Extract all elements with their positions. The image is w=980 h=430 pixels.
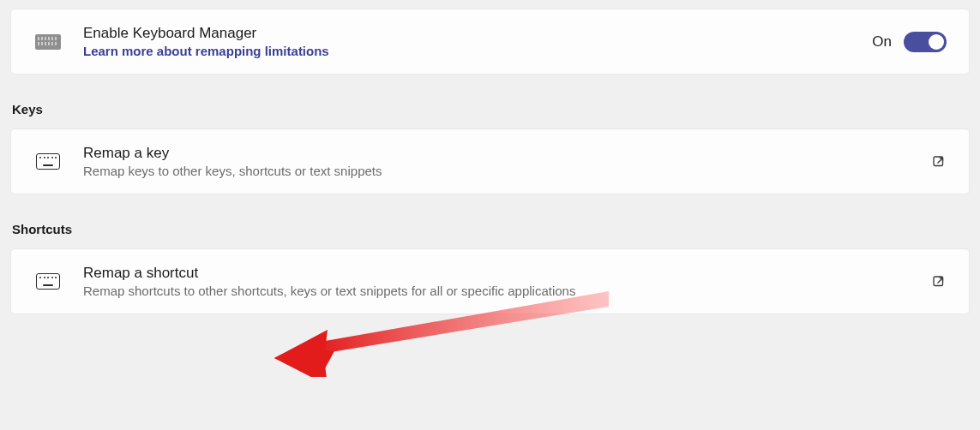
enable-title: Enable Keyboard Manager [83, 25, 851, 42]
enable-keyboard-manager-card: Enable Keyboard Manager Learn more about… [10, 9, 970, 75]
toggle-label: On [872, 33, 892, 51]
shortcuts-heading: Shortcuts [12, 222, 970, 236]
remap-shortcut-subtitle: Remap shortcuts to other shortcuts, keys… [83, 284, 911, 298]
remap-key-title: Remap a key [83, 145, 911, 162]
open-external-icon[interactable] [931, 274, 947, 290]
remap-key-subtitle: Remap keys to other keys, shortcuts or t… [83, 164, 911, 178]
remap-shortcut-card[interactable]: Remap a shortcut Remap shortcuts to othe… [10, 248, 970, 314]
enable-toggle[interactable] [904, 32, 947, 52]
keyboard-icon [33, 34, 63, 50]
remap-shortcut-title: Remap a shortcut [83, 265, 911, 282]
svg-marker-3 [274, 332, 334, 377]
keyboard-outline-icon [33, 153, 63, 170]
remap-key-card[interactable]: Remap a key Remap keys to other keys, sh… [10, 128, 970, 194]
keys-heading: Keys [12, 102, 970, 116]
keyboard-outline-icon [33, 273, 63, 290]
svg-marker-4 [274, 330, 328, 377]
learn-more-link[interactable]: Learn more about remapping limitations [83, 44, 851, 58]
open-external-icon[interactable] [931, 154, 947, 170]
